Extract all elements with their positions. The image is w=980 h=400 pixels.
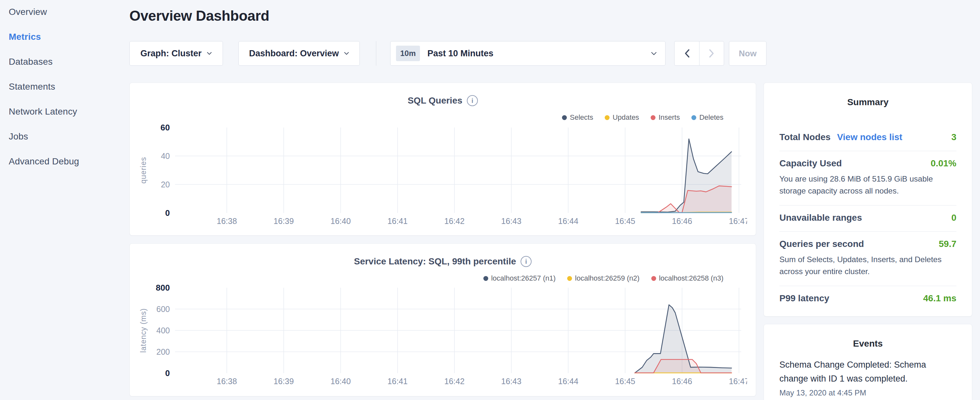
chart-legend: localhost:26257 (n1)localhost:26259 (n2)…	[484, 274, 724, 282]
y-tick-label: 0	[165, 208, 170, 218]
view-nodes-list-link[interactable]: View nodes list	[837, 132, 902, 142]
chart-legend: SelectsUpdatesInsertsDeletes	[562, 113, 724, 122]
legend-label: Inserts	[659, 113, 680, 122]
y-tick-label: 0	[165, 368, 170, 378]
x-tick-label: 16:38	[217, 217, 237, 226]
x-tick-label: 16:47	[729, 377, 747, 386]
chevron-down-icon	[651, 52, 657, 55]
legend-item-deletes: Deletes	[691, 113, 724, 122]
legend-label: Updates	[612, 113, 639, 122]
x-tick-label: 16:46	[672, 377, 692, 386]
x-tick-label: 16:39	[274, 217, 294, 226]
legend-label: localhost:26258 (n3)	[659, 274, 724, 282]
time-forward-button-disabled[interactable]	[699, 41, 724, 66]
event-timestamp: May 13, 2020 at 4:45 PM	[780, 388, 938, 397]
events-panel: Events Schema Change Completed: Schema c…	[764, 324, 972, 400]
legend-dot-icon	[651, 115, 655, 120]
summary-row-queries-per-second: Queries per second59.7Sum of Selects, Up…	[780, 232, 956, 286]
sidebar-item-overview[interactable]: Overview	[9, 7, 129, 17]
x-tick-label: 16:43	[501, 217, 522, 226]
summary-row-value: 3	[951, 132, 956, 142]
y-tick-label: 40	[161, 151, 170, 161]
sidebar-item-metrics[interactable]: Metrics	[9, 32, 129, 42]
time-back-button[interactable]	[674, 41, 699, 66]
now-button[interactable]: Now	[729, 41, 767, 66]
summary-row-value: 46.1 ms	[923, 293, 956, 304]
summary-row-unavailable-ranges: Unavailable ranges0	[780, 206, 956, 232]
sql-queries-svg: 16:3816:3916:4016:4116:4216:4316:4416:45…	[139, 123, 747, 231]
chevron-right-icon	[709, 49, 714, 57]
x-tick-label: 16:45	[615, 377, 635, 386]
chart-title: Service Latency: SQL, 99th percentile	[354, 256, 516, 267]
x-tick-label: 16:40	[331, 217, 351, 226]
service-latency-chart-card: Service Latency: SQL, 99th percentile i …	[129, 243, 756, 397]
sidebar-item-advanced-debug[interactable]: Advanced Debug	[9, 157, 129, 166]
summary-panel: Summary Total NodesView nodes list3Capac…	[764, 83, 972, 317]
sidebar-item-databases[interactable]: Databases	[9, 57, 129, 67]
info-icon[interactable]: i	[520, 256, 531, 267]
chart-title: SQL Queries	[408, 96, 462, 106]
graph-dropdown[interactable]: Graph: Cluster	[129, 41, 223, 66]
time-range-badge: 10m	[396, 46, 420, 61]
sidebar-item-network-latency[interactable]: Network Latency	[9, 107, 129, 116]
event-item[interactable]: Schema Change Completed: Schema change w…	[780, 358, 938, 397]
summary-row-label: P99 latency	[780, 293, 829, 304]
summary-row-subtext: You are using 28.6 MiB of 515.9 GiB usab…	[780, 173, 956, 197]
legend-dot-icon	[567, 276, 572, 281]
legend-dot-icon	[691, 115, 696, 120]
summary-row-capacity-used: Capacity Used0.01%You are using 28.6 MiB…	[780, 151, 956, 206]
x-tick-label: 16:44	[558, 377, 579, 386]
legend-label: Deletes	[699, 113, 724, 122]
dashboard-dropdown[interactable]: Dashboard: Overview	[239, 41, 360, 66]
summary-row-value: 0	[951, 213, 956, 223]
x-tick-label: 16:40	[331, 377, 351, 386]
events-title: Events	[764, 338, 972, 349]
chevron-down-icon	[344, 52, 349, 55]
time-range-selector[interactable]: 10m Past 10 Minutes	[390, 41, 665, 66]
x-tick-label: 16:42	[444, 377, 465, 386]
legend-item-selects: Selects	[562, 113, 593, 122]
legend-item-updates: Updates	[605, 113, 639, 122]
time-step-buttons	[674, 41, 724, 66]
event-text: Schema Change Completed: Schema change w…	[780, 358, 938, 386]
info-icon[interactable]: i	[467, 95, 478, 106]
summary-row-label: Unavailable ranges	[780, 213, 862, 223]
chevron-left-icon	[685, 49, 689, 57]
x-tick-label: 16:46	[672, 217, 692, 226]
legend-dot-icon	[651, 276, 656, 281]
legend-dot-icon	[605, 115, 609, 120]
summary-row-p99-latency: P99 latency46.1 ms	[780, 286, 956, 312]
legend-label: Selects	[570, 113, 593, 122]
legend-dot-icon	[562, 115, 567, 120]
summary-row-value: 0.01%	[931, 158, 956, 169]
y-tick-label: 60	[161, 123, 170, 132]
x-tick-label: 16:43	[501, 377, 522, 386]
x-tick-label: 16:44	[558, 217, 579, 226]
service-latency-chart-plot[interactable]: 16:3816:3916:4016:4116:4216:4316:4416:45…	[139, 284, 747, 391]
y-tick-label: 800	[156, 284, 170, 293]
summary-row-label: Total Nodes	[780, 132, 830, 142]
x-tick-label: 16:39	[274, 377, 294, 386]
summary-row-value: 59.7	[939, 239, 957, 249]
summary-row-subtext: Sum of Selects, Updates, Inserts, and De…	[780, 253, 956, 277]
x-tick-label: 16:41	[387, 217, 408, 226]
service-latency-svg: 16:3816:3916:4016:4116:4216:4316:4416:45…	[139, 284, 747, 391]
summary-row-total-nodes: Total NodesView nodes list3	[780, 125, 956, 151]
y-tick-label: 600	[156, 304, 170, 314]
sidebar-item-statements[interactable]: Statements	[9, 82, 129, 92]
legend-item-localhost-26258-n3: localhost:26258 (n3)	[651, 274, 724, 282]
sidebar-item-jobs[interactable]: Jobs	[9, 132, 129, 142]
legend-label: localhost:26259 (n2)	[575, 274, 639, 282]
page-title: Overview Dashboard	[129, 8, 269, 24]
legend-item-localhost-26257-n1: localhost:26257 (n1)	[484, 274, 555, 282]
legend-label: localhost:26257 (n1)	[491, 274, 555, 282]
graph-dropdown-label: Graph: Cluster	[140, 49, 202, 59]
sql-queries-chart-plot[interactable]: 16:3816:3916:4016:4116:4216:4316:4416:45…	[139, 123, 747, 231]
x-tick-label: 16:41	[387, 377, 408, 386]
sql-queries-chart-card: SQL Queries i SelectsUpdatesInsertsDelet…	[129, 83, 756, 236]
summary-title: Summary	[764, 97, 972, 107]
dashboard-dropdown-label: Dashboard: Overview	[249, 49, 339, 59]
x-tick-label: 16:42	[444, 217, 465, 226]
legend-item-localhost-26259-n2: localhost:26259 (n2)	[567, 274, 639, 282]
summary-rows: Total NodesView nodes list3Capacity Used…	[780, 125, 956, 312]
